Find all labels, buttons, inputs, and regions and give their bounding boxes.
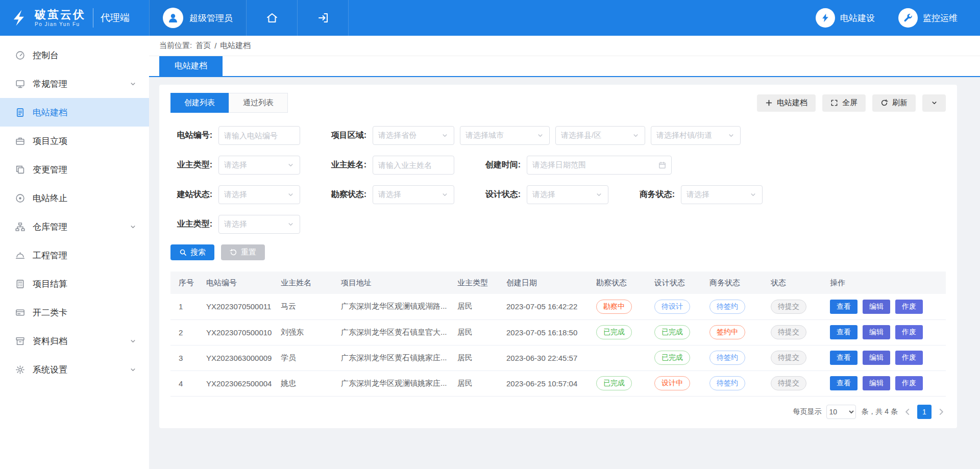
- sidebar-item-general-management[interactable]: 常规管理: [0, 69, 149, 98]
- sidebar-item-change-management[interactable]: 变更管理: [0, 155, 149, 184]
- status-badge: 待签约: [709, 376, 745, 390]
- placeholder-text: 请选择县/区: [561, 131, 632, 140]
- wrench-icon-circle: [898, 8, 918, 28]
- district-select[interactable]: 请选择县/区: [555, 126, 645, 145]
- refresh-button[interactable]: 刷新: [872, 94, 916, 112]
- station-id-cell: YX2023063000009: [200, 345, 275, 371]
- sidebar-item-engineering-management[interactable]: 工程管理: [0, 241, 149, 269]
- column-header: 商务状态: [703, 271, 765, 294]
- sidebar-item-system-settings[interactable]: 系统设置: [0, 355, 149, 384]
- column-header: 状态: [765, 271, 824, 294]
- collapse-button[interactable]: [922, 94, 946, 112]
- sidebar-item-warehouse-management[interactable]: 仓库管理: [0, 212, 149, 241]
- chevron-down-icon: [129, 337, 137, 345]
- column-header: 项目地址: [335, 271, 451, 294]
- status-badge: 待提交: [771, 351, 806, 365]
- view-button[interactable]: 查看: [830, 325, 857, 339]
- business-status-cell: 签约中: [703, 319, 765, 345]
- survey-status-select[interactable]: 请选择: [373, 185, 454, 204]
- prev-page-button[interactable]: [903, 407, 912, 416]
- refresh-icon: [880, 99, 888, 107]
- card-icon: [15, 308, 25, 317]
- fullscreen-button[interactable]: 全屏: [822, 94, 866, 112]
- owner-type-2-select[interactable]: 请选择: [218, 215, 300, 234]
- tab-passed-list[interactable]: 通过列表: [229, 93, 288, 113]
- design-status-select[interactable]: 请选择: [527, 185, 608, 204]
- design-status-cell: 已完成: [648, 319, 703, 345]
- logout-button[interactable]: [298, 0, 349, 36]
- status-badge: 勘察中: [596, 300, 632, 314]
- business-status-select[interactable]: 请选择: [681, 185, 763, 204]
- actions-cell: 查看编辑作废: [824, 319, 946, 345]
- city-select[interactable]: 请选择城市: [460, 126, 550, 145]
- tab-create-list[interactable]: 创建列表: [170, 93, 229, 113]
- sidebar-item-project-initiation[interactable]: 项目立项: [0, 127, 149, 155]
- page-tab-station-archive[interactable]: 电站建档: [159, 56, 223, 76]
- sidebar-item-label: 工程管理: [33, 250, 137, 261]
- select-caret-icon: [727, 132, 735, 139]
- status-cell: 待提交: [765, 345, 824, 371]
- build-status-select[interactable]: 请选择: [218, 185, 300, 204]
- void-button[interactable]: 作废: [895, 351, 923, 365]
- table-header-row: 序号电站编号业主姓名项目地址业主类型创建日期勘察状态设计状态商务状态状态操作: [170, 271, 946, 294]
- sidebar-item-project-settlement[interactable]: 项目结算: [0, 269, 149, 298]
- quick-link-label: 监控运维: [923, 12, 958, 24]
- page-size-select[interactable]: 10: [826, 405, 856, 419]
- quick-links: 电站建设监控运维: [816, 8, 980, 28]
- status-badge: 待提交: [771, 300, 806, 314]
- owner-name-input[interactable]: [373, 156, 454, 175]
- sidebar-item-type2-card[interactable]: 开二类卡: [0, 298, 149, 327]
- placeholder-text: 请选择: [224, 160, 287, 170]
- town-select[interactable]: 请选择村镇/街道: [651, 126, 741, 145]
- void-button[interactable]: 作废: [895, 300, 923, 314]
- next-page-button[interactable]: [937, 407, 946, 416]
- create-station-button[interactable]: 电站建档: [757, 94, 816, 112]
- actions-cell: 查看编辑作废: [824, 345, 946, 371]
- province-select[interactable]: 请选择省份: [373, 126, 454, 145]
- status-cell: 待提交: [765, 294, 824, 319]
- edit-button[interactable]: 编辑: [863, 325, 890, 339]
- filter-label: 业主姓名:: [325, 160, 366, 170]
- sidebar-menu: 控制台常规管理电站建档项目立项变更管理电站终止仓库管理工程管理项目结算开二类卡资…: [0, 41, 149, 384]
- project-address-cell: 广东深圳龙华区观澜镇观湖路...: [335, 294, 451, 319]
- quick-link-monitoring-operations[interactable]: 监控运维: [898, 8, 958, 28]
- home-button[interactable]: [247, 0, 298, 36]
- edit-button[interactable]: 编辑: [863, 300, 890, 314]
- home-icon: [266, 12, 278, 24]
- column-header: 电站编号: [200, 271, 275, 294]
- create-time-input[interactable]: 请选择日期范围: [527, 156, 672, 175]
- view-button[interactable]: 查看: [830, 376, 857, 390]
- filter-label: 建站状态:: [170, 189, 212, 200]
- status-badge: 待提交: [771, 325, 806, 339]
- void-button[interactable]: 作废: [895, 376, 923, 390]
- survey-status-cell: 已完成: [590, 319, 648, 345]
- sidebar-item-station-termination[interactable]: 电站终止: [0, 184, 149, 212]
- logo-icon: [9, 8, 30, 28]
- sidebar-item-data-archive[interactable]: 资料归档: [0, 327, 149, 355]
- filter-owner-type-2: 业主类型:请选择: [170, 215, 300, 234]
- user-menu[interactable]: 超级管理员: [149, 0, 247, 36]
- helmet-icon: [15, 251, 25, 260]
- owner-type-select[interactable]: 请选择: [218, 156, 300, 175]
- station-id-input[interactable]: [218, 126, 300, 145]
- sidebar-item-label: 电站终止: [33, 192, 137, 204]
- actions-cell: 查看编辑作废: [824, 294, 946, 319]
- view-button[interactable]: 查看: [830, 300, 857, 314]
- search-button[interactable]: 搜索: [170, 244, 214, 260]
- breadcrumb-home[interactable]: 首页: [195, 41, 211, 51]
- quick-link-station-construction[interactable]: 电站建设: [816, 8, 875, 28]
- edit-button[interactable]: 编辑: [863, 376, 890, 390]
- reset-button[interactable]: 重置: [221, 244, 265, 260]
- sidebar-item-console[interactable]: 控制台: [0, 41, 149, 69]
- view-button[interactable]: 查看: [830, 351, 857, 365]
- current-page[interactable]: 1: [917, 405, 932, 419]
- sidebar-item-label: 控制台: [33, 50, 137, 61]
- sidebar-item-station-archive[interactable]: 电站建档: [0, 98, 149, 127]
- sitemap-icon: [15, 222, 25, 232]
- void-button[interactable]: 作废: [895, 325, 923, 339]
- placeholder-text: 请选择村镇/街道: [656, 131, 727, 140]
- chevron-down-icon: [129, 80, 137, 88]
- edit-button[interactable]: 编辑: [863, 351, 890, 365]
- owner-type-cell: 居民: [451, 345, 500, 371]
- app-subtitle: Po Jian Yun Fu: [35, 21, 86, 27]
